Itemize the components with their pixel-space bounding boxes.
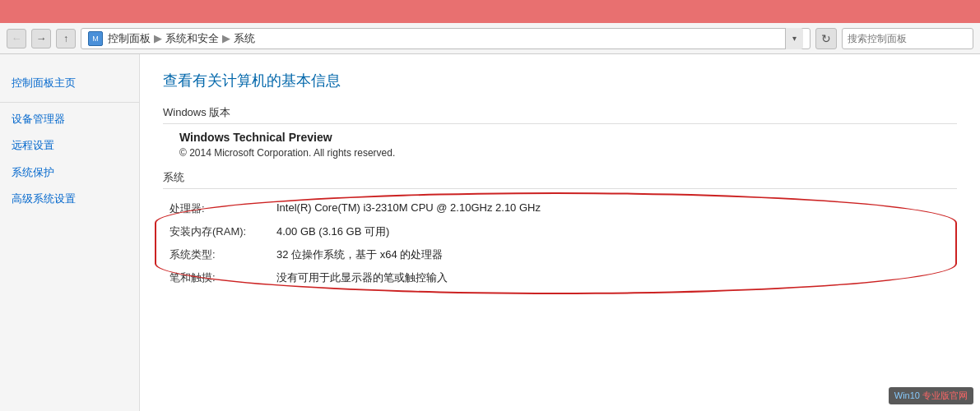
address-path-part3: 系统 (234, 31, 255, 46)
table-row: 系统类型: 32 位操作系统，基于 x64 的处理器 (163, 243, 957, 266)
system-row-value-2: 32 位操作系统，基于 x64 的处理器 (270, 243, 957, 266)
system-row-value-1: 4.00 GB (3.16 GB 可用) (270, 220, 957, 243)
address-path-part2: 系统和安全 (165, 31, 219, 46)
address-dropdown-button[interactable]: ▾ (785, 28, 803, 49)
system-row-label-1: 安装内存(RAM): (163, 220, 270, 243)
table-row: 笔和触摸: 没有可用于此显示器的笔或触控输入 (163, 266, 957, 289)
refresh-button[interactable]: ↻ (815, 28, 837, 49)
up-button[interactable]: ↑ (56, 29, 76, 48)
table-row: 处理器: Intel(R) Core(TM) i3-2310M CPU @ 2.… (163, 197, 957, 220)
sidebar-item-device-manager[interactable]: 设备管理器 (0, 106, 139, 132)
system-row-label-0: 处理器: (163, 197, 270, 220)
system-table-wrapper: 处理器: Intel(R) Core(TM) i3-2310M CPU @ 2.… (163, 197, 957, 289)
sidebar-divider-1 (0, 102, 139, 103)
watermark: Win10 专业版官网 (889, 387, 973, 404)
windows-version-name: Windows Technical Preview (179, 131, 957, 144)
forward-icon: → (36, 32, 47, 44)
main-layout: 控制面板主页 设备管理器 远程设置 系统保护 高级系统设置 查看有关计算机的基本… (0, 54, 980, 411)
system-row-value-3: 没有可用于此显示器的笔或触控输入 (270, 266, 957, 289)
watermark-text2: 专业版官网 (922, 390, 968, 400)
address-icon: M (88, 31, 103, 46)
address-bar[interactable]: M 控制面板 ▶ 系统和安全 ▶ 系统 ▾ (81, 28, 810, 49)
sidebar-item-system-protection[interactable]: 系统保护 (0, 159, 139, 186)
search-box[interactable] (842, 28, 973, 49)
table-row: 安装内存(RAM): 4.00 GB (3.16 GB 可用) (163, 220, 957, 243)
system-row-value-0: Intel(R) Core(TM) i3-2310M CPU @ 2.10GHz… (270, 197, 957, 220)
up-icon: ↑ (63, 33, 68, 44)
address-separator-2: ▶ (222, 32, 230, 44)
sidebar: 控制面板主页 设备管理器 远程设置 系统保护 高级系统设置 (0, 54, 140, 411)
address-row: ← → ↑ M 控制面板 ▶ 系统和安全 ▶ 系统 ▾ ↻ (0, 23, 980, 54)
system-row-label-3: 笔和触摸: (163, 266, 270, 289)
content-area: 查看有关计算机的基本信息 Windows 版本 Windows Technica… (140, 54, 980, 411)
address-separator-1: ▶ (154, 32, 162, 44)
address-path-part1: 控制面板 (108, 31, 151, 46)
sidebar-item-advanced-settings[interactable]: 高级系统设置 (0, 186, 139, 212)
system-table: 处理器: Intel(R) Core(TM) i3-2310M CPU @ 2.… (163, 197, 957, 289)
system-section-label: 系统 (163, 170, 957, 189)
back-button[interactable]: ← (7, 29, 26, 48)
windows-version-section-label: Windows 版本 (163, 105, 957, 124)
refresh-icon: ↻ (821, 32, 831, 45)
search-input[interactable] (848, 33, 968, 44)
page-heading: 查看有关计算机的基本信息 (163, 71, 957, 90)
sidebar-item-home[interactable]: 控制面板主页 (0, 67, 139, 99)
system-row-label-2: 系统类型: (163, 243, 270, 266)
sidebar-item-remote-settings[interactable]: 远程设置 (0, 132, 139, 159)
forward-button[interactable]: → (31, 29, 51, 48)
back-icon: ← (12, 32, 22, 44)
top-bar (0, 0, 980, 23)
windows-copyright: © 2014 Microsoft Corporation. All rights… (179, 147, 957, 159)
watermark-text1: Win10 (894, 390, 920, 400)
